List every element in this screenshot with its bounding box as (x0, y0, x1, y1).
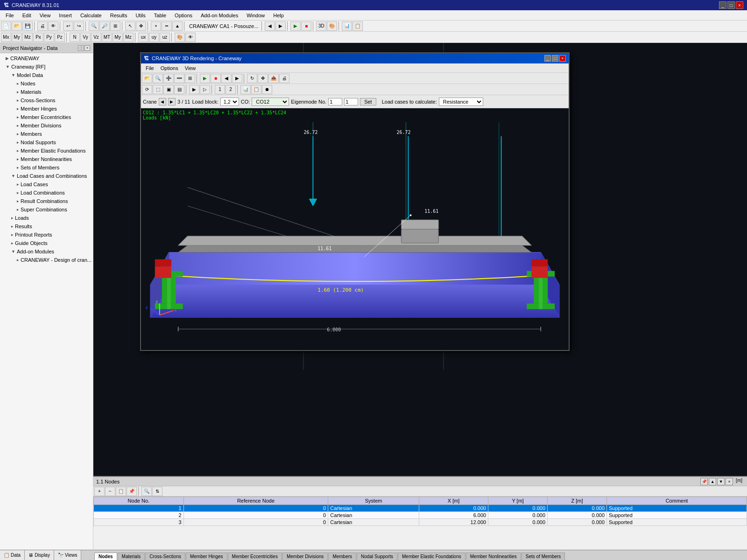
tree-load-combinations[interactable]: ▸ Load Combinations (0, 189, 93, 197)
tb2-5[interactable]: Py (44, 33, 54, 42)
tree-load-cases[interactable]: ▼ Load Cases and Combinations (0, 172, 93, 180)
co-select[interactable]: CO12 CO1 CO2 CO3 (252, 98, 289, 106)
tab-nodal-supports[interactable]: Nodal Supports (357, 553, 397, 560)
table-row[interactable]: 2 0 Cartesian 6.000 0.000 0.000 Supporte… (94, 512, 747, 519)
render-tb-pan[interactable]: ✥ (258, 74, 268, 83)
render-tb2-2[interactable]: ⬚ (153, 85, 163, 94)
tb-zoom-out[interactable]: 🔎 (99, 21, 110, 31)
tree-cross-sections[interactable]: ▸ Cross-Sections (0, 96, 93, 105)
crane-next-btn[interactable]: ▶ (168, 98, 176, 105)
panel-float-btn[interactable]: ◻ (78, 45, 84, 51)
tb2-15[interactable]: uz (160, 33, 170, 42)
tree-loads[interactable]: ▸ Loads (0, 214, 93, 222)
render-tb-prev[interactable]: ◀ (221, 74, 232, 83)
menu-insert[interactable]: Insert (55, 12, 76, 19)
tb-select[interactable]: ↖ (125, 21, 135, 31)
panel-expand-btn[interactable]: ▲ (709, 478, 716, 485)
tab-display[interactable]: 🖥 Display (25, 550, 54, 560)
render-tb2-8[interactable]: 2 (226, 85, 236, 94)
menu-addon[interactable]: Add-on Modules (197, 12, 242, 19)
tb-run[interactable]: ▶ (290, 21, 301, 31)
tab-member-divisions[interactable]: Member Divisions (282, 553, 328, 560)
tree-craneway[interactable]: ▶ CRANEWAY (0, 54, 93, 63)
data-tb-paste[interactable]: 📌 (127, 487, 137, 496)
menu-view[interactable]: View (36, 12, 55, 19)
data-tb-copy[interactable]: 📋 (116, 487, 126, 496)
render-tb-zoomout[interactable]: ➖ (174, 74, 184, 83)
tb-render[interactable]: 🎨 (327, 21, 337, 31)
tree-sets-of-members[interactable]: ▸ Sets of Members (0, 163, 93, 172)
tb2-7[interactable]: N (70, 33, 80, 42)
tree-load-cases-item[interactable]: ▸ Load Cases (0, 180, 93, 189)
tree-printout-reports[interactable]: ▸ Printout Reports (0, 231, 93, 239)
render-tb2-3[interactable]: ▣ (163, 85, 174, 94)
tb-new[interactable]: 📄 (1, 21, 11, 31)
tree-guide-objects[interactable]: ▸ Guide Objects (0, 239, 93, 247)
render-menu-file[interactable]: File (143, 65, 157, 71)
render-tb-print[interactable]: 🖨 (279, 74, 289, 83)
tb-undo[interactable]: ↩ (63, 21, 73, 31)
tree-model-data[interactable]: ▼ Model Data (0, 71, 93, 79)
tree-super-combinations[interactable]: ▸ Super Combinations (0, 205, 93, 214)
tb-stop[interactable]: ■ (301, 21, 311, 31)
tree-nodal-supports[interactable]: ▸ Nodal Supports (0, 138, 93, 147)
crane-prev-btn[interactable]: ◀ (159, 98, 166, 105)
tree-nodes[interactable]: ▸ Nodes (0, 79, 93, 88)
render-tb-fit[interactable]: ⊞ (185, 74, 195, 83)
data-tb-delete-row[interactable]: − (105, 487, 115, 496)
render-maximize-btn[interactable]: □ (552, 55, 558, 62)
tb-redo[interactable]: ↪ (74, 21, 84, 31)
tb-3d[interactable]: 3D (316, 21, 326, 31)
tb-print[interactable]: 🖨 (37, 21, 48, 31)
tree-addon-modules[interactable]: ▼ Add-on Modules (0, 247, 93, 256)
tb-node[interactable]: • (151, 21, 161, 31)
tb-member[interactable]: ━ (162, 21, 172, 31)
data-tb-new-row[interactable]: + (94, 487, 105, 496)
render-tb-next[interactable]: ▶ (232, 74, 242, 83)
render-tb-play[interactable]: ▶ (200, 74, 210, 83)
panel-close-btn[interactable]: × (85, 45, 90, 51)
render-tb-zoomin[interactable]: ➕ (163, 74, 174, 83)
table-row[interactable]: 1 0 Cartesian 0.000 0.000 0.000 Supporte… (94, 505, 747, 512)
menu-help[interactable]: Help (269, 12, 288, 19)
load-cases-select[interactable]: Resistance Stability Serviceability (439, 98, 483, 106)
menu-results[interactable]: Results (106, 12, 131, 19)
tab-materials[interactable]: Materials (118, 553, 145, 560)
tab-cross-sections[interactable]: Cross-Sections (145, 553, 185, 560)
panel-close-btn2[interactable]: × (726, 478, 733, 485)
tb-prev-load[interactable]: ◀ (265, 21, 275, 31)
tb2-14[interactable]: uy (149, 33, 159, 42)
tb2-color[interactable]: 🎨 (175, 33, 185, 42)
render-tb2-1[interactable]: ⟳ (142, 85, 152, 94)
tree-member-eccentricities[interactable]: ▸ Member Eccentricities (0, 113, 93, 121)
eigenmode-num-input[interactable] (344, 98, 358, 105)
tab-data[interactable]: 📋 Data (0, 550, 25, 560)
tb2-11[interactable]: My (113, 33, 123, 42)
tb2-8[interactable]: Vy (80, 33, 91, 42)
tb-results-tab[interactable]: 📋 (352, 21, 363, 31)
render-tb2-6[interactable]: ▷ (200, 85, 210, 94)
tree-member-elastic-foundations[interactable]: ▸ Member Elastic Foundations (0, 147, 93, 155)
set-button[interactable]: Set (360, 98, 376, 105)
tb2-4[interactable]: Px (33, 33, 43, 42)
tb-save[interactable]: 💾 (22, 21, 33, 31)
menu-file[interactable]: File (2, 12, 18, 19)
data-tb-filter[interactable]: 🔍 (141, 487, 152, 496)
tb2-10[interactable]: MT (102, 33, 112, 42)
tb2-display[interactable]: 👁 (185, 33, 196, 42)
tb2-13[interactable]: ux (138, 33, 148, 42)
tab-views[interactable]: 🔭 Views (54, 550, 82, 560)
render-tb-export[interactable]: 📤 (268, 74, 279, 83)
tree-member-divisions[interactable]: ▸ Member Divisions (0, 121, 93, 130)
menu-window[interactable]: Window (243, 12, 268, 19)
tree-materials[interactable]: ▸ Materials (0, 88, 93, 96)
tree-results[interactable]: ▸ Results (0, 222, 93, 231)
tree-craneway-design[interactable]: ▸ CRANEWAY - Design of cran... (0, 256, 93, 264)
tb-printprev[interactable]: 👁 (48, 21, 58, 31)
tree-member-nonlinearities[interactable]: ▸ Member Nonlinearities (0, 155, 93, 163)
render-tb2-10[interactable]: 📋 (251, 85, 261, 94)
data-tb-sort[interactable]: ⇅ (152, 487, 162, 496)
tree-members[interactable]: ▸ Members (0, 130, 93, 138)
menu-edit[interactable]: Edit (19, 12, 35, 19)
render-tb-open[interactable]: 📂 (142, 74, 152, 83)
